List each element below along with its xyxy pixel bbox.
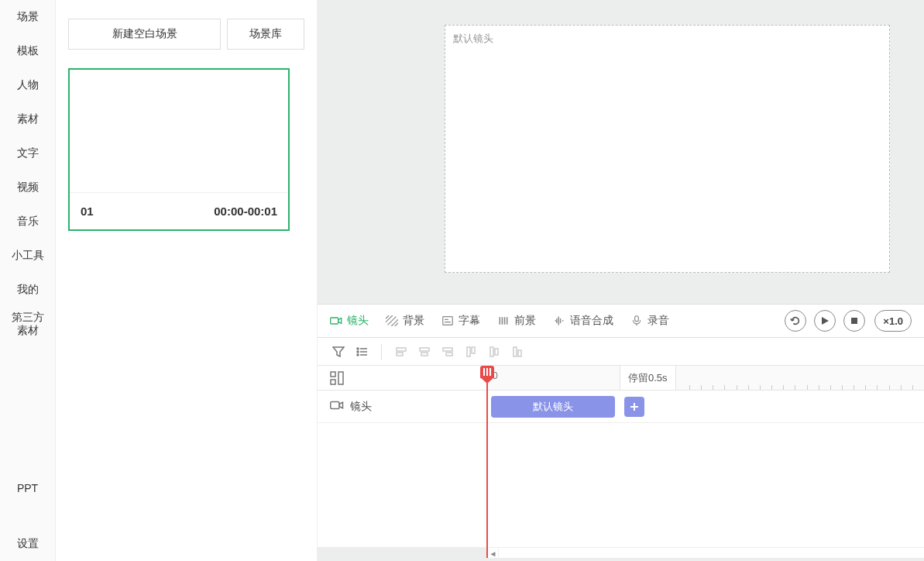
new-blank-scene-button[interactable]: 新建空白场景	[68, 19, 221, 50]
timeline-tab-label: 录音	[647, 314, 669, 328]
timeline-tab-label: 字幕	[459, 314, 480, 328]
canvas[interactable]: 默认镜头	[445, 25, 890, 273]
sidebar: 场景 模板 人物 素材 文字 视频 音乐 小工具 我的 第三方 素材 PPT 设…	[0, 0, 56, 561]
camera-icon	[330, 400, 344, 413]
svg-rect-17	[514, 347, 517, 356]
stop-button[interactable]	[843, 310, 865, 332]
camera-icon	[330, 315, 342, 326]
horizontal-scrollbar[interactable]: ◄	[488, 547, 924, 558]
scroll-left-button[interactable]: ◄	[488, 548, 499, 559]
svg-rect-11	[443, 348, 452, 351]
timeline-tab-background[interactable]: 背景	[386, 314, 424, 328]
mic-icon	[630, 315, 643, 326]
sidebar-item-character[interactable]: 人物	[0, 68, 55, 102]
right-area: 默认镜头 镜头 背景 字幕 前景	[318, 0, 924, 561]
timeline-tab-label: 语音合成	[570, 314, 613, 328]
svg-rect-16	[495, 349, 498, 355]
sidebar-item-template[interactable]: 模板	[0, 34, 55, 68]
track-label: 镜头	[350, 400, 372, 414]
svg-rect-20	[331, 380, 335, 384]
svg-rect-2	[635, 316, 639, 322]
timeline-track-shot: 镜头 默认镜头	[318, 391, 924, 423]
timeline-tools	[318, 338, 924, 366]
hatch-icon	[386, 315, 398, 326]
svg-rect-14	[472, 347, 475, 353]
scene-library-button[interactable]: 场景库	[227, 19, 304, 50]
scene-meta: 01 00:00-00:01	[70, 192, 288, 229]
subtitle-icon	[441, 315, 454, 326]
timeline-tab-label: 背景	[403, 314, 424, 328]
add-clip-button[interactable]	[624, 397, 644, 417]
timeline-tab-label: 前景	[514, 314, 536, 328]
svg-rect-10	[421, 353, 428, 356]
list-icon[interactable]	[353, 343, 370, 360]
svg-rect-15	[490, 347, 493, 356]
svg-rect-0	[331, 318, 338, 324]
rewind-button[interactable]	[785, 310, 806, 332]
sidebar-item-tools[interactable]: 小工具	[0, 239, 55, 273]
timeline-ruler: 0 停留0.5s	[318, 366, 924, 391]
play-button[interactable]	[814, 310, 836, 332]
align-tool-5-icon	[486, 343, 503, 360]
svg-rect-18	[518, 350, 521, 356]
sidebar-item-text[interactable]: 文字	[0, 136, 55, 170]
scene-index: 01	[81, 205, 94, 218]
align-tool-1-icon	[393, 343, 410, 360]
playback-speed-button[interactable]: ×1.0	[874, 310, 912, 332]
bars-icon	[497, 315, 510, 326]
sidebar-item-scene[interactable]: 场景	[0, 0, 55, 34]
timeline-tab-shot[interactable]: 镜头	[330, 314, 369, 328]
timeline-tab-tts[interactable]: 语音合成	[553, 314, 613, 328]
svg-rect-7	[397, 348, 406, 351]
separator	[381, 344, 382, 360]
svg-rect-3	[851, 318, 857, 324]
ruler-stay-segment[interactable]: 停留0.5s	[620, 366, 676, 390]
sidebar-item-music[interactable]: 音乐	[0, 205, 55, 239]
timeline-tab-label: 镜头	[347, 314, 369, 328]
svg-rect-9	[420, 348, 429, 351]
playhead[interactable]	[486, 366, 488, 558]
align-tool-3-icon	[439, 343, 456, 360]
svg-rect-1	[443, 317, 452, 325]
sidebar-item-thirdparty[interactable]: 第三方 素材	[0, 307, 55, 341]
filter-icon[interactable]	[330, 343, 347, 360]
canvas-default-shot-label: 默认镜头	[453, 32, 493, 46]
layout-icon[interactable]	[330, 371, 344, 385]
ruler-minor-ticks	[689, 366, 924, 390]
timeline-tab-foreground[interactable]: 前景	[497, 314, 536, 328]
timeline-tab-record[interactable]: 录音	[630, 314, 669, 328]
align-tool-4-icon	[462, 343, 479, 360]
scene-thumbnail	[70, 70, 288, 192]
scene-panel: 新建空白场景 场景库 01 00:00-00:01	[56, 0, 318, 561]
timeline-clip[interactable]: 默认镜头	[491, 396, 615, 418]
scene-card[interactable]: 01 00:00-00:01	[68, 68, 290, 231]
timeline-tabs: 镜头 背景 字幕 前景 语音合成	[318, 304, 924, 338]
waveform-icon	[553, 315, 565, 326]
svg-rect-13	[467, 347, 470, 356]
sidebar-item-video[interactable]: 视频	[0, 170, 55, 205]
sidebar-item-mine[interactable]: 我的	[0, 273, 55, 307]
svg-point-5	[357, 351, 359, 353]
timeline-tab-subtitle[interactable]: 字幕	[441, 314, 480, 328]
svg-rect-22	[331, 402, 339, 409]
timeline-empty-area	[318, 423, 924, 547]
sidebar-item-ppt[interactable]: PPT	[0, 471, 55, 505]
svg-rect-8	[397, 353, 403, 356]
sidebar-item-asset[interactable]: 素材	[0, 102, 55, 136]
svg-point-4	[357, 348, 359, 349]
svg-point-6	[357, 354, 359, 356]
svg-rect-12	[446, 353, 452, 356]
svg-rect-19	[331, 372, 335, 377]
sidebar-item-settings[interactable]: 设置	[0, 527, 55, 561]
scene-timerange: 00:00-00:01	[214, 205, 277, 218]
svg-rect-21	[338, 372, 343, 384]
ruler-track[interactable]: 0 停留0.5s	[488, 366, 924, 390]
align-tool-6-icon	[509, 343, 526, 360]
align-tool-2-icon	[416, 343, 433, 360]
